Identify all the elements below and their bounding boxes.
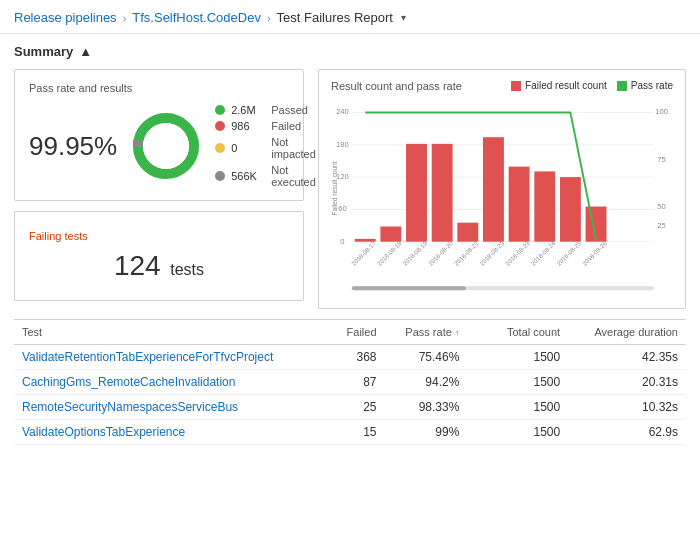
passed-label: Passed (271, 104, 308, 116)
table-header-row: Test Failed Pass rate ↑ Total count Aver… (14, 320, 686, 345)
bar-2 (406, 144, 427, 242)
cell-passrate-2: 98.33% (385, 395, 468, 420)
summary-label: Summary (14, 44, 73, 59)
cell-avgduration-0: 42.35s (568, 345, 686, 370)
svg-point-4 (143, 123, 189, 169)
chevron-icon-1: › (123, 12, 127, 24)
pass-rate-card-title: Pass rate and results (29, 82, 289, 94)
chart-legend-failed: Failed result count (511, 80, 607, 91)
col-test: Test (14, 320, 330, 345)
chart-legend-passrate: Pass rate (617, 80, 673, 91)
svg-text:Failed result count: Failed result count (331, 161, 338, 215)
chart-failed-box (511, 81, 521, 91)
bar-5 (483, 137, 504, 242)
legend-passed: 2.6M Passed (215, 104, 316, 116)
legend-not-impacted: 0 Not impacted (215, 136, 316, 160)
bar-chart-svg: 240 180 120 60 0 100 75 50 25 Failed res… (331, 98, 673, 298)
bar-3 (432, 144, 453, 242)
cell-empty-0 (467, 345, 486, 370)
svg-text:50: 50 (657, 202, 665, 211)
svg-text:0: 0 (340, 237, 344, 246)
table-section: Test Failed Pass rate ↑ Total count Aver… (14, 319, 686, 445)
passed-count: 2.6M (231, 104, 265, 116)
svg-text:240: 240 (336, 107, 349, 116)
summary-header[interactable]: Summary ▲ (14, 44, 686, 59)
chart-area: 240 180 120 60 0 100 75 50 25 Failed res… (331, 98, 673, 298)
table-row: RemoteSecurityNamespacesServiceBus 25 98… (14, 395, 686, 420)
cell-avgduration-2: 10.32s (568, 395, 686, 420)
table-row: ValidateOptionsTabExperience 15 99% 1500… (14, 420, 686, 445)
svg-text:75: 75 (657, 155, 665, 164)
chart-card: Result count and pass rate Failed result… (318, 69, 686, 309)
chart-scrollbar-thumb[interactable] (352, 286, 466, 290)
failed-count: 986 (231, 120, 265, 132)
cell-test-3: ValidateOptionsTabExperience (14, 420, 330, 445)
cell-test-2: RemoteSecurityNamespacesServiceBus (14, 395, 330, 420)
sort-icon[interactable]: ↑ (455, 328, 460, 338)
breadcrumb-link-2[interactable]: Tfs.SelfHost.CodeDev (132, 10, 261, 25)
failing-tests-title: Failing tests (29, 230, 289, 242)
test-link-3[interactable]: ValidateOptionsTabExperience (22, 425, 185, 439)
page-title: Test Failures Report (277, 10, 393, 25)
failing-tests-count-row: 124 tests (29, 250, 289, 282)
chart-title[interactable]: Result count and pass rate (331, 80, 462, 92)
svg-text:2018-08-19: 2018-08-19 (401, 239, 429, 267)
svg-text:100: 100 (655, 107, 668, 116)
col-total: Total count (486, 320, 568, 345)
cell-total-2: 1500 (486, 395, 568, 420)
chart-legend-failed-label: Failed result count (525, 80, 607, 91)
svg-text:2018-08-25: 2018-08-25 (555, 239, 583, 267)
left-cards: Pass rate and results 99.95% (14, 69, 304, 309)
svg-text:2018-08-18: 2018-08-18 (375, 239, 403, 267)
failed-dot (215, 121, 225, 131)
failing-tests-number: 124 (114, 250, 161, 281)
pass-rate-content: 99.95% (29, 104, 289, 188)
col-empty (467, 320, 486, 345)
svg-text:2018-08-17: 2018-08-17 (350, 239, 378, 267)
breadcrumb-link-1[interactable]: Release pipelines (14, 10, 117, 25)
failing-tests-card: Failing tests 124 tests (14, 211, 304, 301)
pass-rate-legend: 2.6M Passed 986 Failed 0 Not impacted (215, 104, 316, 188)
chart-legend-passrate-label: Pass rate (631, 80, 673, 91)
cell-test-1: CachingGms_RemoteCacheInvalidation (14, 370, 330, 395)
cell-failed-0: 368 (330, 345, 384, 370)
title-dropdown-icon[interactable]: ▾ (401, 12, 406, 23)
cell-total-0: 1500 (486, 345, 568, 370)
cell-passrate-3: 99% (385, 420, 468, 445)
bar-1 (380, 227, 401, 242)
col-avgduration: Average duration (568, 320, 686, 345)
failed-label: Failed (271, 120, 301, 132)
failing-tests-unit: tests (170, 261, 204, 278)
test-link-2[interactable]: RemoteSecurityNamespacesServiceBus (22, 400, 238, 414)
not-impacted-label: Not impacted (271, 136, 316, 160)
cell-test-0: ValidateRetentionTabExperienceForTfvcPro… (14, 345, 330, 370)
svg-text:180: 180 (336, 140, 349, 149)
cell-empty-2 (467, 395, 486, 420)
not-executed-label: Not executed (271, 164, 316, 188)
col-passrate: Pass rate ↑ (385, 320, 468, 345)
legend-not-executed: 566K Not executed (215, 164, 316, 188)
cell-passrate-0: 75.46% (385, 345, 468, 370)
bar-8 (560, 177, 581, 242)
svg-text:2018-08-21: 2018-08-21 (452, 239, 480, 267)
chart-legend: Failed result count Pass rate (511, 80, 673, 91)
cell-failed-2: 25 (330, 395, 384, 420)
bar-4 (457, 223, 478, 242)
not-impacted-dot (215, 143, 225, 153)
cell-empty-1 (467, 370, 486, 395)
svg-text:2018-08-23: 2018-08-23 (478, 239, 506, 267)
test-link-1[interactable]: CachingGms_RemoteCacheInvalidation (22, 375, 235, 389)
bar-7 (534, 171, 555, 241)
svg-text:2018-08-24: 2018-08-24 (529, 239, 557, 267)
legend-failed: 986 Failed (215, 120, 316, 132)
pass-rate-card: Pass rate and results 99.95% (14, 69, 304, 201)
test-link-0[interactable]: ValidateRetentionTabExperienceForTfvcPro… (22, 350, 273, 364)
passed-dot (215, 105, 225, 115)
svg-text:2018-08-23: 2018-08-23 (504, 239, 532, 267)
chart-header: Result count and pass rate Failed result… (331, 80, 673, 92)
table-row: ValidateRetentionTabExperienceForTfvcPro… (14, 345, 686, 370)
cell-failed-3: 15 (330, 420, 384, 445)
svg-text:120: 120 (336, 172, 349, 181)
collapse-icon: ▲ (79, 44, 92, 59)
donut-chart (131, 111, 201, 181)
